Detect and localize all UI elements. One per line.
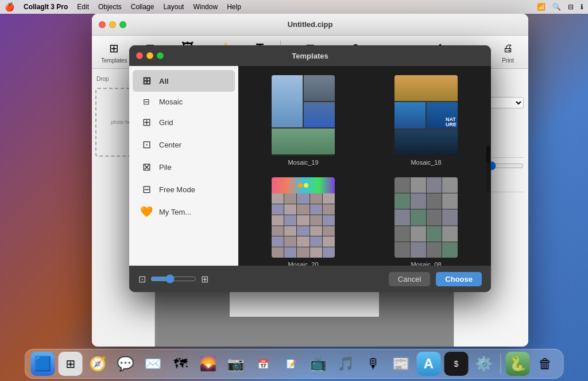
menu-file[interactable]: Edit: [77, 3, 89, 11]
dock-safari[interactable]: 🧭: [86, 352, 110, 376]
modal-overlay: Templates ⊞ All ⊟ Mosaic ⊞ Grid: [92, 14, 528, 347]
dock-podcasts[interactable]: 🎙: [362, 352, 386, 376]
dock-messages[interactable]: 💬: [114, 352, 138, 376]
mosaic18-name: Mosaic_18: [411, 159, 441, 166]
menubar: 🍎 CollagIt 3 Pro Edit Objects Collage La…: [0, 0, 588, 14]
zoom-out-button[interactable]: ⊡: [138, 274, 146, 285]
zoom-slider-modal[interactable]: [150, 274, 196, 283]
app-window: Untitled.cipp ⊞ Templates ⊡ Size 🖼 Backg…: [92, 14, 528, 347]
mosaic18-thumb: NATURE: [394, 75, 458, 155]
modal-title: Templates: [292, 52, 328, 60]
dock-maps[interactable]: 🗺: [169, 352, 193, 376]
menu-edit[interactable]: Objects: [98, 3, 122, 11]
dock-finder[interactable]: 🟦: [31, 352, 55, 376]
dock-reminders[interactable]: 📝: [279, 352, 303, 376]
sidebar-item-freemode[interactable]: ⊟ Free Mode: [133, 178, 235, 200]
all-icon: ⊞: [140, 75, 153, 87]
grid-label: Grid: [159, 118, 173, 127]
modal-sidebar: ⊞ All ⊟ Mosaic ⊞ Grid ⊡ Center: [129, 66, 238, 266]
dock-appstore[interactable]: A: [417, 352, 441, 376]
mosaic19-name: Mosaic_19: [288, 159, 318, 166]
template-grid: Mosaic_19 NATURE: [238, 66, 491, 266]
wifi-icon: 📶: [537, 3, 546, 11]
cancel-button[interactable]: Cancel: [389, 272, 430, 286]
choose-button[interactable]: Choose: [436, 272, 482, 286]
dock-appletv[interactable]: 📺: [307, 352, 331, 376]
pile-icon: ⊠: [140, 161, 153, 173]
zoom-controls: ⊡ ⊞: [138, 274, 208, 285]
dock-photos[interactable]: 🌄: [196, 352, 220, 376]
template-mosaic18[interactable]: NATURE Mosaic_18: [370, 75, 482, 166]
sidebar-item-all[interactable]: ⊞ All: [133, 70, 235, 92]
sidebar-item-center[interactable]: ⊡ Center: [133, 134, 235, 155]
grid-icon: ⊞: [140, 116, 153, 129]
template-mosaic08[interactable]: Mosaic_08: [370, 177, 482, 266]
menu-objects[interactable]: Collage: [131, 3, 154, 11]
pile-label: Pile: [159, 163, 172, 172]
mytemplates-label: My Tem...: [159, 208, 191, 216]
dock-news[interactable]: 📰: [389, 352, 413, 376]
mosaic-icon: ⊟: [140, 97, 153, 106]
control-center-icon[interactable]: ⊟: [568, 3, 574, 11]
dock-systemprefs[interactable]: ⚙️: [472, 352, 496, 376]
dock-facetime[interactable]: 📷: [224, 352, 248, 376]
mosaic-label: Mosaic: [159, 98, 183, 106]
apple-menu[interactable]: 🍎: [5, 2, 14, 11]
modal-titlebar: Templates: [129, 45, 491, 66]
menu-window[interactable]: Help: [227, 3, 241, 11]
freemode-icon: ⊟: [140, 183, 153, 196]
menu-collage[interactable]: Layout: [163, 3, 184, 11]
mosaic08-thumb: [394, 177, 458, 258]
heart-icon: 🧡: [140, 205, 153, 218]
sidebar-item-mytemplates[interactable]: 🧡 My Tem...: [133, 201, 235, 223]
modal-minimize[interactable]: [146, 52, 153, 59]
mosaic20-name: Mosaic_20: [288, 261, 318, 266]
dock-calendar[interactable]: 📅: [252, 352, 276, 376]
help-icon[interactable]: ℹ: [581, 3, 583, 11]
modal-close[interactable]: [136, 52, 143, 59]
scroll-thumb: [486, 146, 490, 163]
modal-traffic-lights: [136, 52, 164, 59]
center-icon: ⊡: [140, 138, 153, 151]
all-label: All: [159, 77, 169, 85]
sidebar-item-mosaic[interactable]: ⊟ Mosaic: [133, 92, 235, 111]
dock-terminal[interactable]: $: [444, 352, 469, 376]
dock-divider: [501, 353, 501, 374]
menu-appname[interactable]: CollagIt 3 Pro: [24, 3, 68, 11]
dock-trash[interactable]: 🗑: [533, 352, 558, 376]
mosaic20-thumb: [272, 177, 335, 258]
zoom-in-button[interactable]: ⊞: [201, 274, 208, 285]
sidebar-item-grid[interactable]: ⊞ Grid: [133, 111, 235, 133]
scroll-indicator[interactable]: [486, 146, 490, 192]
freemode-label: Free Mode: [159, 185, 195, 194]
templates-modal: Templates ⊞ All ⊟ Mosaic ⊞ Grid: [129, 45, 491, 292]
dock-mail[interactable]: ✉️: [141, 352, 165, 376]
modal-body: ⊞ All ⊟ Mosaic ⊞ Grid ⊡ Center: [129, 66, 491, 266]
center-label: Center: [159, 141, 181, 149]
modal-maximize[interactable]: [157, 52, 164, 59]
template-mosaic20[interactable]: Mosaic_20: [247, 177, 359, 266]
dock-collagit[interactable]: 🐍: [506, 352, 530, 376]
template-mosaic19[interactable]: Mosaic_19: [247, 75, 359, 166]
sidebar-item-pile[interactable]: ⊠ Pile: [133, 156, 235, 178]
dock-launchpad[interactable]: ⊞: [59, 352, 83, 376]
search-icon[interactable]: 🔍: [552, 3, 561, 11]
mosaic08-name: Mosaic_08: [411, 261, 441, 266]
menu-layout[interactable]: Window: [193, 3, 218, 11]
modal-buttons: Cancel Choose: [389, 272, 482, 286]
dock-music[interactable]: 🎵: [334, 352, 358, 376]
modal-footer: ⊡ ⊞ Cancel Choose: [129, 266, 491, 292]
dock: 🟦 ⊞ 🧭 💬 ✉️ 🗺 🌄 📷 📅 📝 📺 🎵 🎙 📰 A $ ⚙️ 🐍 🗑: [25, 349, 564, 379]
mosaic19-thumb: [272, 75, 335, 155]
